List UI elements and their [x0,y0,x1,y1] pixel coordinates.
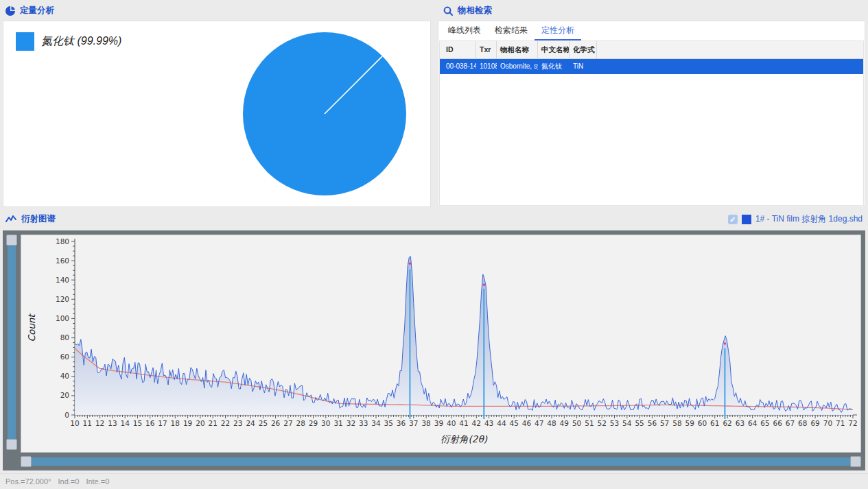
svg-text:11: 11 [83,419,92,427]
svg-text:43: 43 [484,419,493,427]
svg-text:32: 32 [347,419,355,427]
horizontal-zoom-slider[interactable] [21,456,861,467]
svg-text:47: 47 [535,419,543,427]
svg-text:56: 56 [648,419,657,427]
svg-text:18: 18 [171,419,180,427]
table-cell: Osbornite, syn [497,59,538,74]
vertical-slider-track[interactable] [8,240,16,444]
chart-frame: 0204060801001201401601801011121314151617… [3,230,865,470]
table-row[interactable]: 00-038-142010108Osbornite, syn氮化钛TiN [440,59,863,74]
pie-legend-swatch [16,32,34,51]
svg-text:64: 64 [748,419,758,427]
svg-text:160: 160 [56,257,69,265]
svg-text:140: 140 [56,276,69,284]
column-header[interactable]: 化学式 [570,41,597,58]
svg-text:20: 20 [60,391,69,399]
svg-text:38: 38 [421,419,430,427]
phase-table-body: 00-038-142010108Osbornite, syn氮化钛TiN [440,59,863,74]
status-item: Ind.=0 [58,477,79,486]
svg-text:67: 67 [786,419,795,427]
vertical-zoom-slider[interactable] [6,235,17,450]
tab-0[interactable]: 峰线列表 [441,21,488,40]
svg-text:40: 40 [60,372,69,380]
svg-text:120: 120 [56,295,69,303]
svg-text:53: 53 [610,419,619,427]
series-visible-checkbox[interactable]: ✓ [728,215,738,224]
column-header[interactable]: 物相名称 [497,41,538,58]
line-chart-icon [5,215,16,224]
svg-text:46: 46 [522,419,532,427]
svg-text:180: 180 [56,237,69,246]
svg-text:65: 65 [760,419,769,427]
phase-panel: 峰线列表检索结果定性分析 IDTxr物相名称中文名称化学式 00-038-142… [438,21,865,207]
svg-text:70: 70 [823,419,832,427]
svg-text:31: 31 [333,419,342,427]
svg-text:22: 22 [221,419,230,427]
svg-text:58: 58 [672,419,681,427]
svg-text:45: 45 [510,419,519,427]
svg-text:71: 71 [836,419,845,427]
svg-text:72: 72 [848,419,857,427]
svg-text:34: 34 [371,419,381,427]
vertical-slider-handle-bottom[interactable] [6,439,17,450]
pattern-section-header: 衍射图谱 [5,213,56,225]
table-cell: 氮化钛 [538,59,570,74]
svg-text:63: 63 [736,419,744,427]
pattern-legend: ✓ 1# - TiN film 掠射角 1deg.shd [728,213,863,225]
svg-text:100: 100 [56,314,69,322]
series-label: 1# - TiN film 掠射角 1deg.shd [755,213,863,225]
quant-title: 定量分析 [20,5,54,16]
svg-text:37: 37 [409,419,418,427]
table-cell: 10108 [476,59,497,74]
status-item: Inte.=0 [86,477,109,486]
svg-text:33: 33 [359,419,368,427]
horizontal-slider-track[interactable] [26,457,856,466]
svg-text:28: 28 [296,419,305,427]
svg-text:66: 66 [773,419,783,427]
horizontal-slider-handle-left[interactable] [21,456,32,467]
svg-text:21: 21 [209,419,218,427]
pattern-title: 衍射图谱 [21,213,56,225]
svg-text:Count: Count [26,313,37,342]
svg-text:35: 35 [384,419,393,427]
svg-text:68: 68 [798,419,807,427]
tab-2[interactable]: 定性分析 [535,21,581,40]
column-header[interactable]: Txr [476,41,497,58]
pie-chart-icon [5,6,15,16]
phase-title: 物相检索 [458,5,492,16]
svg-text:41: 41 [459,419,468,427]
svg-text:50: 50 [572,419,581,427]
svg-text:62: 62 [723,419,731,427]
quant-panel: 氮化钛 (99.99%) [3,21,431,207]
svg-text:52: 52 [598,419,607,427]
svg-text:39: 39 [434,419,443,427]
svg-text:27: 27 [283,419,292,427]
diffraction-plot-area[interactable]: 0204060801001201401601801011121314151617… [21,235,861,453]
svg-text:10: 10 [70,419,79,427]
svg-text:17: 17 [158,419,167,427]
svg-text:57: 57 [660,419,669,427]
svg-text:44: 44 [497,419,506,427]
svg-text:60: 60 [60,353,69,361]
svg-text:13: 13 [108,419,117,427]
svg-text:12: 12 [95,419,104,427]
svg-text:19: 19 [183,419,192,427]
svg-text:55: 55 [635,419,644,427]
tab-1[interactable]: 检索结果 [488,21,535,40]
column-header[interactable]: ID [440,41,476,58]
quant-section-header: 定量分析 [5,5,54,16]
diffraction-chart-svg[interactable]: 0204060801001201401601801011121314151617… [21,235,860,452]
horizontal-slider-handle-right[interactable] [850,456,861,467]
status-item: Pos.=72.000° [5,477,51,486]
vertical-slider-handle-top[interactable] [6,235,17,246]
svg-text:36: 36 [397,419,406,427]
svg-text:14: 14 [121,419,130,427]
column-header[interactable]: 中文名称 [538,41,570,58]
phase-table-header: IDTxr物相名称中文名称化学式 [440,41,863,59]
phase-tabs: 峰线列表检索结果定性分析 [438,21,865,40]
svg-text:49: 49 [560,419,569,427]
phase-section-header: 物相检索 [443,5,492,16]
svg-text:69: 69 [810,419,819,427]
svg-text:15: 15 [133,419,142,427]
svg-text:29: 29 [309,419,318,427]
